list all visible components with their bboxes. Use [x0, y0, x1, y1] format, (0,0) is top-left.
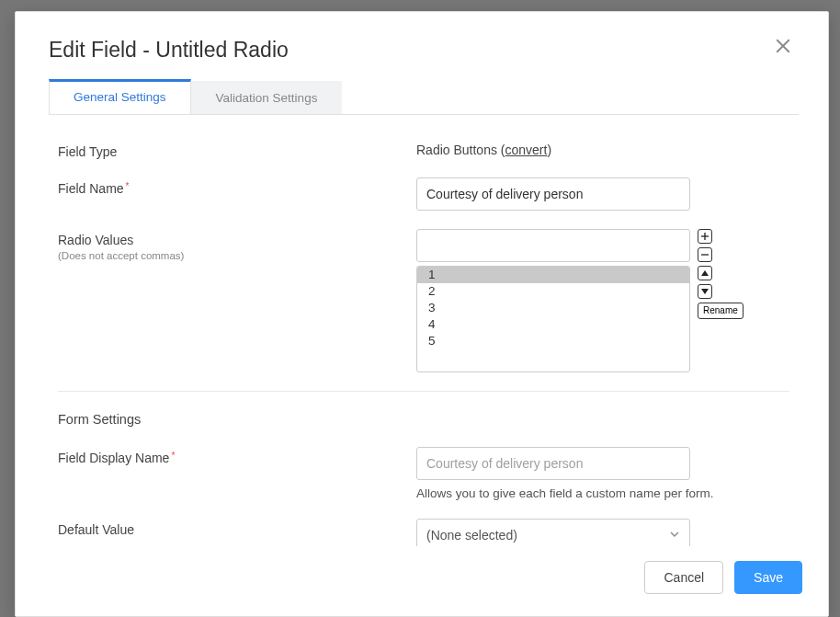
radio-values-hint: (Does not accept commas)	[58, 250, 416, 261]
chevron-down-icon	[669, 528, 680, 543]
list-item[interactable]: 1	[417, 267, 689, 283]
section-divider	[58, 391, 789, 392]
required-marker: *	[171, 451, 175, 461]
field-name-label-text: Field Name	[58, 181, 124, 196]
triangle-up-icon	[700, 267, 709, 280]
radio-values-label-text: Radio Values	[58, 233, 133, 247]
move-down-button[interactable]	[698, 284, 712, 299]
field-type-text-prefix: Radio Buttons (	[416, 143, 505, 157]
list-item[interactable]: 5	[417, 333, 689, 349]
field-name-input[interactable]	[416, 177, 690, 211]
rename-button[interactable]: Rename	[698, 303, 744, 319]
radio-values-label: Radio Values (Does not accept commas)	[58, 229, 416, 372]
display-name-input[interactable]	[416, 447, 690, 480]
list-item[interactable]: 3	[417, 300, 689, 316]
modal-header: Edit Field - Untitled Radio	[16, 12, 828, 79]
cancel-button[interactable]: Cancel	[644, 561, 723, 594]
tab-general-settings[interactable]: General Settings	[49, 79, 191, 114]
field-type-value: Radio Buttons (convert)	[416, 141, 789, 159]
default-value-selected-text: (None selected)	[426, 528, 517, 543]
close-icon	[775, 36, 791, 59]
minus-icon	[700, 248, 709, 262]
edit-field-modal: Edit Field - Untitled Radio General Sett…	[15, 11, 829, 617]
convert-link[interactable]: convert	[505, 143, 548, 157]
add-value-button[interactable]	[698, 229, 712, 244]
tabs: General Settings Validation Settings	[49, 81, 799, 115]
display-name-help: Allows you to give each field a custom n…	[416, 486, 789, 500]
triangle-down-icon	[700, 285, 709, 299]
close-button[interactable]	[771, 38, 795, 58]
field-name-label: Field Name*	[58, 177, 416, 211]
display-name-label: Field Display Name*	[58, 447, 416, 500]
radio-value-new-input[interactable]	[416, 229, 690, 262]
plus-icon	[700, 230, 709, 244]
modal-title: Edit Field - Untitled Radio	[49, 38, 289, 63]
radio-values-list[interactable]: 1 2 3 4 5	[416, 266, 690, 372]
form-settings-heading: Form Settings	[58, 412, 789, 427]
move-up-button[interactable]	[698, 266, 712, 280]
modal-footer: Cancel Save	[16, 546, 828, 616]
field-type-text-suffix: )	[547, 143, 551, 157]
tab-validation-settings[interactable]: Validation Settings	[191, 81, 343, 114]
form-area: Field Type Radio Buttons (convert) Field…	[49, 115, 799, 546]
svg-marker-5	[701, 270, 709, 276]
list-item[interactable]: 4	[417, 316, 689, 333]
default-value-select[interactable]: (None selected)	[416, 519, 690, 546]
remove-value-button[interactable]	[698, 247, 712, 262]
svg-marker-6	[701, 289, 709, 294]
required-marker: *	[126, 181, 130, 191]
radio-values-buttons: Rename	[698, 229, 744, 319]
default-value-label: Default Value	[58, 519, 416, 546]
list-item[interactable]: 2	[417, 283, 689, 300]
field-type-label: Field Type	[58, 141, 416, 159]
display-name-label-text: Field Display Name	[58, 451, 169, 465]
modal-body-scroll[interactable]: General Settings Validation Settings Fie…	[49, 79, 812, 546]
save-button[interactable]: Save	[734, 561, 802, 594]
